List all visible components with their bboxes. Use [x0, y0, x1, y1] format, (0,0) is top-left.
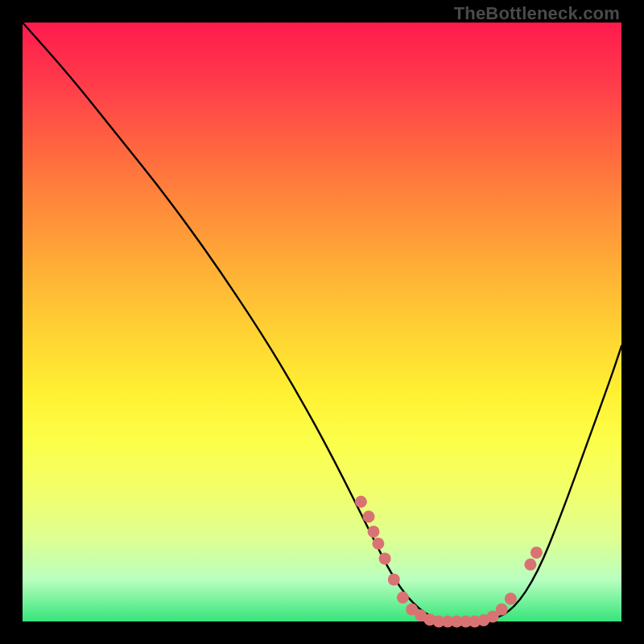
- watermark-text: TheBottleneck.com: [454, 3, 620, 24]
- highlight-dot: [388, 573, 400, 585]
- highlight-dot: [363, 510, 375, 522]
- bottleneck-curve-line: [23, 23, 621, 621]
- highlight-dot: [530, 547, 543, 559]
- highlight-dot: [505, 592, 517, 605]
- highlight-dot: [496, 604, 508, 616]
- highlight-dot: [372, 538, 384, 550]
- highlight-dot: [397, 592, 409, 604]
- chart-frame: [23, 23, 621, 621]
- highlight-dot: [368, 526, 380, 538]
- highlight-dot: [379, 552, 391, 564]
- highlight-dots-group: [355, 496, 543, 628]
- highlight-dot: [355, 496, 367, 508]
- chart-overlay: [23, 23, 621, 621]
- highlight-dot: [524, 559, 536, 571]
